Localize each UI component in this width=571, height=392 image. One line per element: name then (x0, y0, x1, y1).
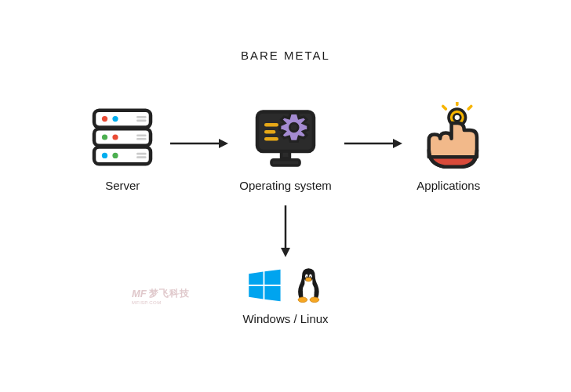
svg-rect-5 (136, 116, 147, 118)
svg-rect-22 (264, 137, 278, 141)
svg-point-4 (113, 116, 118, 122)
svg-point-44 (305, 278, 311, 281)
diagram-title: BARE METAL (0, 49, 571, 62)
node-apps: Applications (413, 102, 484, 192)
main-row: Server (0, 102, 571, 192)
svg-marker-35 (249, 286, 263, 299)
watermark-logo: MF 梦飞科技 MFISP.COM (132, 287, 202, 305)
svg-rect-9 (136, 134, 147, 136)
svg-point-27 (453, 114, 460, 121)
server-icon (87, 102, 158, 172)
node-os: Operating system (239, 102, 332, 192)
server-label: Server (105, 179, 140, 192)
svg-point-42 (306, 276, 307, 278)
svg-marker-34 (264, 270, 280, 285)
svg-point-11 (102, 153, 107, 158)
svg-point-23 (289, 123, 298, 132)
svg-rect-10 (136, 138, 147, 140)
svg-point-8 (113, 134, 118, 140)
linux-tux-icon (293, 267, 324, 307)
svg-marker-32 (281, 248, 290, 257)
svg-rect-6 (136, 120, 147, 122)
svg-point-38 (303, 282, 315, 299)
svg-rect-13 (136, 153, 147, 155)
node-server: Server (87, 102, 158, 192)
svg-rect-20 (264, 123, 278, 127)
watermark-sub: MFISP.COM (132, 300, 162, 305)
svg-marker-36 (264, 286, 280, 301)
svg-rect-18 (282, 151, 290, 158)
arrow-server-to-os (167, 108, 230, 179)
svg-point-7 (102, 134, 107, 140)
svg-marker-16 (219, 139, 228, 148)
arrow-os-to-apps (341, 108, 404, 179)
watermark-prefix: MF (132, 288, 147, 299)
svg-rect-14 (136, 156, 147, 158)
watermark-main: 梦飞科技 (149, 287, 190, 300)
svg-rect-19 (271, 160, 300, 165)
svg-rect-21 (264, 130, 275, 134)
svg-point-12 (113, 153, 118, 158)
monitor-gear-icon (250, 102, 321, 172)
svg-marker-33 (249, 272, 263, 285)
apps-label: Applications (416, 179, 480, 192)
svg-point-45 (298, 297, 307, 303)
svg-line-29 (468, 106, 471, 109)
arrow-os-to-examples (278, 204, 293, 259)
os-examples: Windows / Linux (242, 267, 328, 325)
os-label: Operating system (239, 179, 332, 192)
svg-line-30 (443, 106, 446, 109)
svg-marker-25 (393, 139, 402, 148)
windows-icon (247, 268, 282, 306)
touch-hand-icon (413, 102, 484, 172)
svg-point-46 (310, 297, 319, 303)
os-examples-label: Windows / Linux (242, 312, 328, 325)
svg-point-43 (309, 276, 311, 278)
svg-point-3 (102, 116, 107, 122)
